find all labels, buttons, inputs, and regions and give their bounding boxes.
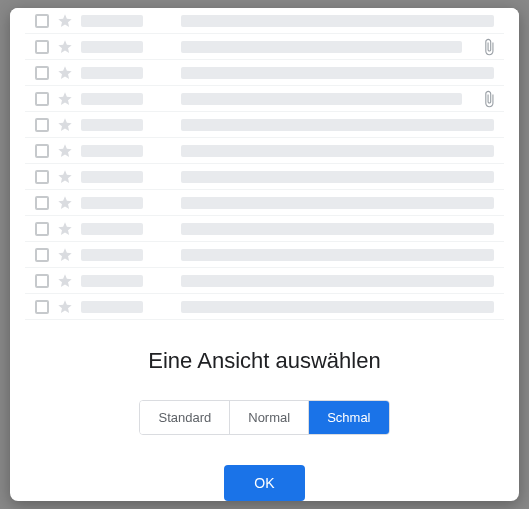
content-placeholder: [181, 67, 494, 79]
attachment-icon: [480, 90, 498, 108]
content-placeholder: [181, 15, 494, 27]
checkbox-icon[interactable]: [35, 196, 49, 210]
density-dialog: Eine Ansicht auswählen Standard Normal S…: [10, 8, 519, 501]
list-item: [25, 8, 504, 34]
content-placeholder: [181, 301, 494, 313]
star-icon[interactable]: [57, 13, 73, 29]
list-item: [25, 86, 504, 112]
checkbox-icon[interactable]: [35, 92, 49, 106]
option-schmal[interactable]: Schmal: [309, 401, 388, 434]
star-icon[interactable]: [57, 117, 73, 133]
sender-placeholder: [81, 171, 143, 183]
checkbox-icon[interactable]: [35, 274, 49, 288]
checkbox-icon[interactable]: [35, 66, 49, 80]
attachment-icon: [480, 38, 498, 56]
content-placeholder: [181, 275, 494, 287]
list-item: [25, 164, 504, 190]
content-placeholder: [181, 171, 494, 183]
checkbox-icon[interactable]: [35, 144, 49, 158]
star-icon[interactable]: [57, 299, 73, 315]
star-icon[interactable]: [57, 39, 73, 55]
sender-placeholder: [81, 15, 143, 27]
content-placeholder: [181, 119, 494, 131]
star-icon[interactable]: [57, 247, 73, 263]
checkbox-icon[interactable]: [35, 170, 49, 184]
checkbox-icon[interactable]: [35, 222, 49, 236]
sender-placeholder: [81, 119, 143, 131]
list-item: [25, 242, 504, 268]
checkbox-icon[interactable]: [35, 40, 49, 54]
sender-placeholder: [81, 67, 143, 79]
content-placeholder: [181, 223, 494, 235]
sender-placeholder: [81, 197, 143, 209]
star-icon[interactable]: [57, 273, 73, 289]
sender-placeholder: [81, 301, 143, 313]
sender-placeholder: [81, 145, 143, 157]
star-icon[interactable]: [57, 143, 73, 159]
content-placeholder: [181, 145, 494, 157]
sender-placeholder: [81, 93, 143, 105]
density-options: Standard Normal Schmal: [139, 400, 389, 435]
star-icon[interactable]: [57, 195, 73, 211]
content-placeholder: [181, 249, 494, 261]
ok-button[interactable]: OK: [224, 465, 305, 501]
checkbox-icon[interactable]: [35, 248, 49, 262]
list-item: [25, 216, 504, 242]
checkbox-icon[interactable]: [35, 118, 49, 132]
list-item: [25, 294, 504, 320]
star-icon[interactable]: [57, 65, 73, 81]
checkbox-icon[interactable]: [35, 14, 49, 28]
preview-list: [10, 8, 519, 320]
list-item: [25, 60, 504, 86]
star-icon[interactable]: [57, 169, 73, 185]
list-item: [25, 112, 504, 138]
star-icon[interactable]: [57, 221, 73, 237]
list-item: [25, 138, 504, 164]
list-item: [25, 34, 504, 60]
sender-placeholder: [81, 223, 143, 235]
content-placeholder: [181, 93, 462, 105]
content-placeholder: [181, 41, 462, 53]
option-normal[interactable]: Normal: [230, 401, 309, 434]
dialog-title: Eine Ansicht auswählen: [148, 348, 380, 374]
sender-placeholder: [81, 41, 143, 53]
sender-placeholder: [81, 249, 143, 261]
option-standard[interactable]: Standard: [140, 401, 230, 434]
list-item: [25, 268, 504, 294]
sender-placeholder: [81, 275, 143, 287]
list-item: [25, 190, 504, 216]
content-placeholder: [181, 197, 494, 209]
star-icon[interactable]: [57, 91, 73, 107]
checkbox-icon[interactable]: [35, 300, 49, 314]
controls-section: Eine Ansicht auswählen Standard Normal S…: [10, 320, 519, 501]
